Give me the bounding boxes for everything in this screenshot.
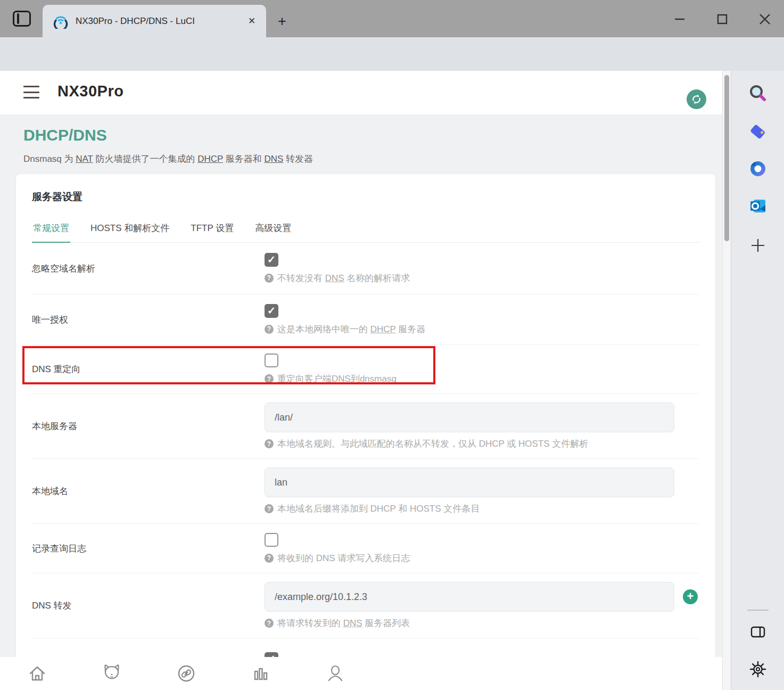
local-domain-input[interactable] [265, 467, 674, 497]
router-wifi-favicon [53, 14, 68, 29]
help-icon: ? [265, 504, 274, 513]
help-icon: ? [265, 619, 274, 628]
field-label: 忽略空域名解析 [32, 262, 265, 275]
page-title: DHCP/DNS [23, 126, 107, 144]
edge-sidebar [731, 71, 784, 690]
auto-refresh-button[interactable] [687, 89, 706, 109]
section-title: 服务器设置 [32, 174, 699, 204]
add-entry-button[interactable]: + [683, 589, 698, 604]
bottom-nav-bar [0, 657, 722, 690]
sidebar-add-icon[interactable] [746, 234, 770, 257]
field-label: 本地服务器 [32, 420, 265, 432]
form-row-local-server: 本地服务器 ?本地域名规则。与此域匹配的名称从不转发，仅从 DHCP 或 HOS… [32, 394, 699, 459]
field-label: 本地域名 [32, 485, 265, 497]
field-help: ?不转发没有 DNS 名称的解析请求 [265, 272, 699, 284]
sidebar-panel-icon[interactable] [746, 620, 770, 644]
form-row-dns-redirect: DNS 重定向 ?重定向客户端DNS到dnsmasq [32, 345, 699, 394]
tab-hosts-resolv[interactable]: HOSTS 和解析文件 [89, 219, 170, 242]
abbr-nat: NAT [76, 154, 93, 164]
sidebar-settings-gear-icon[interactable] [746, 658, 770, 681]
tab-close-icon[interactable]: ✕ [245, 14, 259, 28]
sidebar-microsoft365-icon[interactable] [746, 157, 770, 180]
nav-cat-icon[interactable] [75, 657, 149, 690]
checkbox-unchecked[interactable] [265, 354, 278, 367]
form-row-log-queries: 记录查询日志 ?将收到的 DNS 请求写入系统日志 [32, 524, 699, 573]
browser-toolbar: Not secure 192.168.0.1/... A [0, 37, 784, 71]
window-minimize-button[interactable] [667, 6, 692, 32]
checkbox-unchecked[interactable] [265, 533, 278, 547]
page-scrollbar[interactable] [722, 71, 731, 690]
page-header: NX30Pro [0, 71, 722, 114]
sidebar-divider [747, 610, 769, 611]
field-help: ?将请求转发到的 DNS 服务器列表 [265, 617, 699, 629]
local-server-input[interactable] [265, 402, 674, 432]
browser-titlebar: NX30Pro - DHCP/DNS - LuCI ✕ + [0, 0, 784, 37]
screen: NX30Pro - DHCP/DNS - LuCI ✕ + [0, 0, 784, 690]
form-row-local-domain: 本地域名 ?本地域名后缀将添加到 DHCP 和 HOSTS 文件条目 [32, 459, 699, 524]
field-help: ?将收到的 DNS 请求写入系统日志 [265, 552, 699, 564]
help-icon: ? [265, 274, 274, 283]
form-row-authoritative: 唯一授权 ✓ ?这是本地网络中唯一的 DHCP 服务器 [32, 294, 699, 345]
browser-tab[interactable]: NX30Pro - DHCP/DNS - LuCI ✕ [43, 5, 266, 37]
nav-home-icon[interactable] [0, 657, 75, 690]
field-help: ?本地域名规则。与此域匹配的名称从不转发，仅从 DHCP 或 HOSTS 文件解… [265, 438, 699, 450]
help-icon: ? [265, 439, 274, 448]
tab-tftp-settings[interactable]: TFTP 设置 [189, 219, 235, 242]
window-maximize-button[interactable] [709, 6, 735, 32]
tab-general-settings[interactable]: 常规设置 [32, 219, 70, 243]
workspaces-icon[interactable] [13, 11, 31, 27]
sidebar-search-icon[interactable] [746, 83, 770, 106]
sidebar-shopping-icon[interactable] [746, 120, 770, 143]
help-icon: ? [265, 325, 274, 334]
form-row-ignore-empty-domain: 忽略空域名解析 ✓ ?不转发没有 DNS 名称的解析请求 [32, 243, 699, 294]
field-label: 记录查询日志 [32, 543, 265, 555]
abbr-dhcp: DHCP [197, 154, 223, 164]
field-help: ?这是本地网络中唯一的 DHCP 服务器 [265, 323, 699, 335]
new-tab-button[interactable]: + [274, 14, 290, 30]
field-label: 唯一授权 [32, 314, 265, 326]
tab-advanced-settings[interactable]: 高级设置 [254, 219, 292, 242]
sidebar-outlook-icon[interactable] [746, 194, 770, 218]
field-help: ?本地域名后缀将添加到 DHCP 和 HOSTS 文件条目 [265, 503, 699, 515]
tab-title: NX30Pro - DHCP/DNS - LuCI [76, 16, 245, 27]
nav-link-icon[interactable] [149, 657, 224, 690]
field-label: DNS 转发 [32, 599, 265, 612]
router-name: NX30Pro [57, 83, 123, 100]
field-help: ?重定向客户端DNS到dnsmasq [265, 373, 699, 385]
scrollbar-thumb[interactable] [724, 75, 729, 241]
help-icon: ? [265, 554, 274, 563]
form-row-dns-forwardings: DNS 转发 + ?将请求转发到的 DNS 服务器列表 [32, 573, 699, 638]
settings-tabs: 常规设置 HOSTS 和解析文件 TFTP 设置 高级设置 [32, 219, 699, 243]
checkbox-checked[interactable]: ✓ [265, 304, 278, 318]
window-close-button[interactable] [752, 6, 778, 32]
field-label: DNS 重定向 [32, 363, 265, 375]
luci-page: NX30Pro DHCP/DNS Dnsmasq 为 NAT 防火墙提供了一个集… [0, 71, 722, 690]
checkbox-checked[interactable]: ✓ [265, 253, 278, 267]
nav-stats-icon[interactable] [224, 657, 298, 690]
server-settings-card: 服务器设置 常规设置 HOSTS 和解析文件 TFTP 设置 高级设置 忽略空域… [16, 174, 715, 690]
abbr-dns: DNS [264, 154, 283, 164]
menu-hamburger-icon[interactable] [23, 86, 39, 98]
help-icon: ? [265, 374, 274, 383]
dns-forwarding-input[interactable] [265, 582, 674, 612]
page-description: Dnsmasq 为 NAT 防火墙提供了一个集成的 DHCP 服务器和 DNS … [23, 153, 313, 165]
nav-account-icon[interactable] [298, 657, 373, 690]
